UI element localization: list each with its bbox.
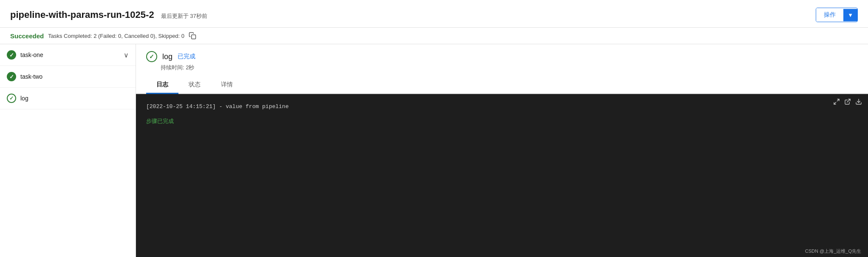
expand-icon[interactable]	[833, 98, 840, 107]
check-outline-icon-log	[7, 94, 16, 103]
svg-line-2	[834, 102, 836, 104]
detail-tabs: 日志 状态 详情	[136, 77, 868, 94]
log-container: [2022-10-25 14:15:21] - value from pipel…	[136, 94, 868, 257]
detail-panel: log 已完成 持续时间: 2秒 日志 状态 详情	[136, 44, 868, 257]
tab-status[interactable]: 状态	[178, 77, 211, 94]
svg-line-1	[837, 99, 839, 101]
actions-dropdown-arrow[interactable]: ▼	[843, 9, 857, 21]
log-line-1: [2022-10-25 14:15:21] - value from pipel…	[146, 103, 858, 111]
detail-step-name: log	[162, 52, 172, 61]
copy-icon[interactable]	[189, 32, 196, 40]
sidebar-item-task-two[interactable]: task-two	[0, 66, 136, 88]
svg-rect-0	[192, 35, 196, 39]
last-updated: 最后更新于 37秒前	[161, 12, 207, 20]
log-content: [2022-10-25 14:15:21] - value from pipel…	[136, 94, 868, 135]
sidebar-item-label-task-two: task-two	[20, 73, 129, 80]
svg-line-3	[847, 99, 850, 102]
header-left: pipeline-with-params-run-1025-2 最后更新于 37…	[10, 9, 207, 20]
sidebar-item-log[interactable]: log	[0, 88, 136, 109]
tab-detail[interactable]: 详情	[211, 77, 243, 94]
actions-button-main[interactable]: 操作	[816, 8, 843, 22]
sidebar-item-label-log: log	[20, 95, 129, 102]
sidebar-item-task-one[interactable]: task-one ∨	[0, 44, 136, 66]
log-success-line: 步骤已完成	[146, 117, 858, 126]
main-content: task-one ∨ task-two log log 已完成 持续时间: 2秒…	[0, 44, 868, 257]
open-new-icon[interactable]	[844, 98, 851, 107]
sidebar: task-one ∨ task-two log	[0, 44, 136, 257]
download-icon[interactable]	[855, 98, 862, 107]
sidebar-item-label-task-one: task-one	[20, 51, 119, 58]
detail-duration: 持续时间: 2秒	[146, 64, 858, 71]
log-toolbar	[833, 98, 862, 107]
detail-header: log 已完成 持续时间: 2秒	[136, 44, 868, 77]
check-filled-icon-task-one	[7, 50, 16, 60]
chevron-down-icon: ▼	[848, 12, 853, 18]
tab-log[interactable]: 日志	[146, 77, 178, 94]
check-filled-icon-task-two	[7, 72, 16, 81]
status-detail: Tasks Completed: 2 (Failed: 0, Cancelled…	[48, 33, 184, 39]
status-bar: Succeeded Tasks Completed: 2 (Failed: 0,…	[0, 28, 868, 44]
header: pipeline-with-params-run-1025-2 最后更新于 37…	[0, 0, 868, 28]
page-title: pipeline-with-params-run-1025-2	[10, 9, 154, 20]
detail-status-badge: 已完成	[178, 53, 195, 60]
detail-check-icon	[146, 51, 157, 62]
footer-watermark: CSDN @上海_运维_Q先生	[805, 248, 861, 254]
actions-button-group[interactable]: 操作 ▼	[816, 8, 858, 22]
status-badge: Succeeded	[10, 32, 44, 40]
detail-title-row: log 已完成	[146, 51, 858, 62]
chevron-down-icon-task-one: ∨	[124, 51, 129, 59]
